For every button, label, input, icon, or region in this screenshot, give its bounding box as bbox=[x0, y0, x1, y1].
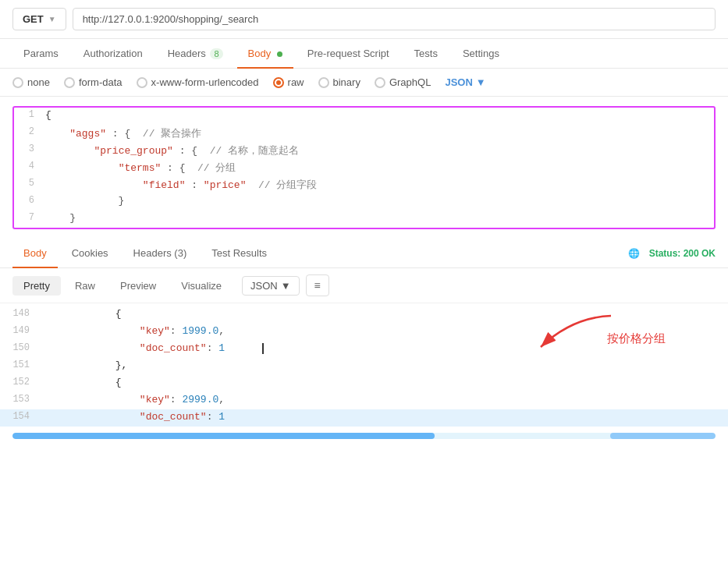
line-number: 151 bbox=[0, 358, 39, 370]
code-editor[interactable]: 1{2 "aggs" : { // 聚合操作3 "price_group" : … bbox=[12, 106, 716, 229]
line-content: { bbox=[42, 108, 714, 122]
line-content: "key": 2999.0, bbox=[39, 392, 728, 407]
line-content: "key": 1999.0, bbox=[39, 324, 728, 338]
line-number: 148 bbox=[0, 306, 39, 319]
tab-settings[interactable]: Settings bbox=[452, 40, 510, 69]
radio-form-data[interactable]: form-data bbox=[64, 76, 123, 88]
method-label: GET bbox=[23, 13, 44, 25]
headers-badge: 8 bbox=[210, 48, 222, 59]
line-number: 6 bbox=[14, 193, 42, 206]
response-line: 152 { bbox=[0, 375, 728, 392]
code-line: 2 "aggs" : { // 聚合操作 bbox=[14, 125, 714, 142]
line-number: 2 bbox=[14, 125, 42, 137]
horizontal-scrollbar[interactable] bbox=[12, 433, 716, 439]
line-content: "terms" : { // 分组 bbox=[42, 159, 714, 176]
response-code: 148 {149 "key": 1999.0,150 "doc_count": … bbox=[0, 303, 728, 430]
format-chevron-icon: ▼ bbox=[476, 76, 486, 88]
url-bar: GET ▼ bbox=[0, 0, 728, 39]
radio-urlencoded[interactable]: x-www-form-urlencoded bbox=[137, 76, 259, 88]
line-number: 154 bbox=[0, 409, 39, 422]
wrap-button[interactable]: ≡ bbox=[306, 274, 329, 296]
tab-authorization[interactable]: Authorization bbox=[73, 40, 154, 69]
line-content: "field" : "price" // 分组字段 bbox=[42, 176, 714, 193]
line-content: "doc_count": 1 bbox=[39, 341, 728, 356]
radio-graphql[interactable]: GraphQL bbox=[375, 76, 431, 88]
response-tabs-row: Body Cookies Headers (3) Test Results 🌐 … bbox=[0, 239, 728, 268]
response-line: 154 "doc_count": 1 bbox=[0, 409, 728, 427]
radio-dot-urlencoded bbox=[137, 77, 147, 88]
code-line: 6 } bbox=[14, 193, 714, 211]
code-line: 3 "price_group" : { // 名称，随意起名 bbox=[14, 142, 714, 159]
request-tabs: Params Authorization Headers 8 Body Pre-… bbox=[0, 39, 728, 69]
tab-pre-request[interactable]: Pre-request Script bbox=[297, 40, 400, 69]
line-content: "doc_count": 1 bbox=[39, 409, 728, 424]
response-line: 153 "key": 2999.0, bbox=[0, 392, 728, 409]
radio-dot-binary bbox=[318, 77, 329, 88]
visualize-button[interactable]: Visualize bbox=[170, 276, 233, 296]
radio-binary[interactable]: binary bbox=[318, 76, 360, 88]
code-line: 1{ bbox=[14, 108, 714, 125]
line-number: 149 bbox=[0, 324, 39, 336]
line-number: 150 bbox=[0, 341, 39, 353]
code-line: 7 } bbox=[14, 211, 714, 228]
response-tabs-left: Body Cookies Headers (3) Test Results bbox=[12, 239, 278, 267]
line-content: { bbox=[39, 306, 728, 321]
response-tab-body[interactable]: Body bbox=[12, 239, 58, 268]
response-line: 151 }, bbox=[0, 358, 728, 375]
chevron-down-icon: ▼ bbox=[48, 15, 56, 23]
radio-dot-form-data bbox=[64, 77, 75, 88]
status-info: 🌐 Status: 200 OK bbox=[628, 248, 716, 259]
preview-button[interactable]: Preview bbox=[109, 276, 167, 296]
line-number: 152 bbox=[0, 375, 39, 388]
radio-dot-none bbox=[12, 77, 23, 88]
line-content: { bbox=[39, 375, 728, 390]
url-input[interactable] bbox=[73, 8, 716, 30]
tab-body[interactable]: Body bbox=[237, 40, 293, 69]
response-line: 148 { bbox=[0, 306, 728, 324]
raw-button[interactable]: Raw bbox=[64, 276, 106, 296]
line-number: 1 bbox=[14, 108, 42, 120]
response-tab-test-results[interactable]: Test Results bbox=[201, 239, 278, 268]
radio-dot-graphql bbox=[375, 77, 385, 88]
line-content: } bbox=[42, 211, 714, 225]
tab-headers[interactable]: Headers 8 bbox=[157, 40, 234, 69]
tab-tests[interactable]: Tests bbox=[403, 40, 449, 69]
method-select[interactable]: GET ▼ bbox=[12, 8, 66, 30]
line-number: 153 bbox=[0, 392, 39, 405]
scrollbar-thumb bbox=[12, 433, 435, 439]
radio-none[interactable]: none bbox=[12, 76, 50, 88]
response-line: 150 "doc_count": 1 bbox=[0, 341, 728, 358]
line-content: "aggs" : { // 聚合操作 bbox=[42, 125, 714, 142]
code-line: 5 "field" : "price" // 分组字段 bbox=[14, 176, 714, 193]
tab-params[interactable]: Params bbox=[12, 40, 69, 69]
response-tab-headers[interactable]: Headers (3) bbox=[123, 239, 198, 268]
status-badge: Status: 200 OK bbox=[649, 248, 716, 259]
scrollbar-right-thumb bbox=[610, 433, 716, 439]
line-number: 3 bbox=[14, 142, 42, 154]
line-number: 7 bbox=[14, 211, 42, 223]
line-content: }, bbox=[39, 358, 728, 373]
response-format-row: Pretty Raw Preview Visualize JSON ▼ ≡ bbox=[0, 268, 728, 303]
code-line: 4 "terms" : { // 分组 bbox=[14, 159, 714, 176]
response-area: 148 {149 "key": 1999.0,150 "doc_count": … bbox=[0, 303, 728, 430]
response-json-select[interactable]: JSON ▼ bbox=[242, 276, 300, 296]
radio-dot-raw bbox=[273, 77, 284, 88]
line-content: "price_group" : { // 名称，随意起名 bbox=[42, 142, 714, 159]
json-chevron-icon: ▼ bbox=[281, 280, 291, 292]
line-content: } bbox=[42, 193, 714, 208]
format-select[interactable]: JSON ▼ bbox=[445, 76, 485, 88]
line-number: 5 bbox=[14, 176, 42, 189]
body-type-row: none form-data x-www-form-urlencoded raw… bbox=[0, 69, 728, 97]
body-active-dot bbox=[277, 51, 282, 57]
response-line: 149 "key": 1999.0, bbox=[0, 324, 728, 341]
radio-raw[interactable]: raw bbox=[273, 76, 304, 88]
globe-icon: 🌐 bbox=[628, 248, 640, 259]
pretty-button[interactable]: Pretty bbox=[12, 276, 61, 296]
line-number: 4 bbox=[14, 159, 42, 172]
response-tab-cookies[interactable]: Cookies bbox=[61, 239, 119, 268]
